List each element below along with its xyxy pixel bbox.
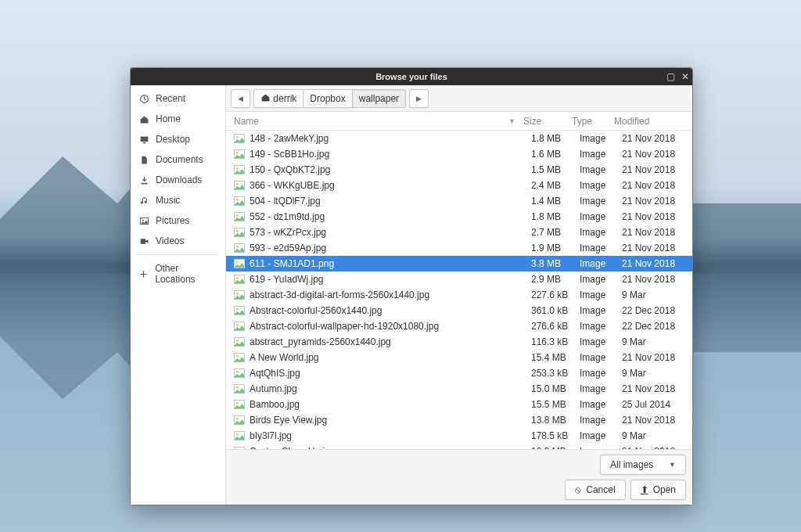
sidebar-item-downloads[interactable]: Downloads [131,170,225,190]
sidebar-item-other-locations[interactable]: Other Locations [131,258,225,289]
sidebar-item-pictures[interactable]: Pictures [131,210,225,231]
file-name: 611 - SMJ1AD1.png [250,258,334,269]
breadcrumb-wallpaper[interactable]: wallpaper [353,89,406,108]
svg-rect-5 [140,239,145,244]
file-list[interactable]: 148 - 2awMekY.jpg1.8 MBImage21 Nov 20181… [226,131,692,449]
breadcrumb-home[interactable]: derrik [253,89,304,108]
svg-point-19 [236,230,239,232]
file-row[interactable]: abstract-3d-digital-art-forms-2560x1440.… [226,287,692,303]
image-file-icon [234,275,245,284]
open-label: Open [653,484,676,495]
sidebar-item-videos[interactable]: Videos [131,231,225,251]
download-icon [138,175,149,185]
file-row[interactable]: 593 - e2d59Ap.jpg1.9 MBImage21 Nov 2018 [226,240,692,256]
file-type: Image [580,305,622,316]
file-row[interactable]: Cactus Close Up.jpg10.9 MBImage21 Nov 20… [226,444,692,449]
file-row[interactable]: 149 - ScBB1Ho.jpg1.6 MBImage21 Nov 2018 [226,146,692,162]
file-size: 1.8 MB [531,211,580,222]
svg-rect-2 [142,142,145,143]
sidebar-item-label: Recent [156,93,185,104]
file-modified: 21 Nov 2018 [622,243,692,253]
file-name: 593 - e2d59Ap.jpg [250,243,326,253]
filter-label: All images [610,459,653,470]
file-type-filter[interactable]: All images ▼ [600,455,686,475]
file-row[interactable]: Autumn.jpg15.0 MBImage21 Nov 2018 [226,381,692,397]
column-headers[interactable]: Name ▼ Size Type Modified [226,112,692,131]
sort-indicator-icon[interactable]: ▼ [508,117,523,125]
svg-point-37 [236,371,239,373]
file-row[interactable]: 366 - WKKgUBE.jpg2.4 MBImage21 Nov 2018 [226,178,692,193]
file-row[interactable]: 504 - ltQDlF7.jpg1.4 MBImage21 Nov 2018 [226,193,692,209]
column-modified[interactable]: Modified [614,116,684,127]
file-name: 552 - dz1m9td.jpg [250,211,325,222]
file-row[interactable]: 619 - YuIadWj.jpg2.9 MBImage21 Nov 2018 [226,271,692,287]
file-size: 2.4 MB [531,180,580,191]
sidebar-item-label: Home [156,113,181,124]
sidebar-item-home[interactable]: Home [131,109,225,129]
plus-icon [138,269,149,279]
file-row[interactable]: Bamboo.jpg15.5 MBImage25 Jul 2014 [226,397,692,412]
svg-point-41 [236,402,239,404]
file-modified: 21 Nov 2018 [622,149,692,160]
svg-point-35 [236,355,239,358]
file-row[interactable]: Abstract-colorful-2560x1440.jpg361.0 kBI… [226,303,692,318]
file-type: Image [580,383,622,394]
path-bar: ◀ derrikDropboxwallpaper ▶ [226,85,692,112]
svg-point-4 [142,219,143,221]
sidebar-item-label: Documents [156,154,203,165]
svg-point-21 [236,246,239,248]
svg-point-9 [236,152,239,154]
file-row[interactable]: Abstract-colorful-wallpaper-hd-1920x1080… [226,318,692,334]
file-row[interactable]: 573 - wKZrPcx.jpg2.7 MBImage21 Nov 2018 [226,225,692,240]
file-modified: 21 Nov 2018 [622,180,692,191]
breadcrumb-dropbox[interactable]: Dropbox [304,89,352,108]
cancel-label: Cancel [586,484,615,495]
image-file-icon [234,243,245,253]
file-size: 253.3 kB [531,368,580,379]
sidebar-item-desktop[interactable]: Desktop [131,129,225,149]
home-icon [138,114,149,124]
image-file-icon [234,212,245,221]
nav-back-button[interactable]: ◀ [231,89,250,108]
maximize-icon[interactable]: ▢ [666,71,675,82]
file-row[interactable]: A New World.jpg15.4 MBImage21 Nov 2018 [226,350,692,365]
image-file-icon [234,259,245,268]
sidebar-item-label: Videos [156,235,184,246]
file-row[interactable]: 150 - QxQbKT2.jpg1.5 MBImage21 Nov 2018 [226,162,692,178]
column-name[interactable]: Name [234,116,259,127]
file-size: 1.9 MB [531,243,580,253]
titlebar[interactable]: Browse your files ▢ ✕ [131,68,692,85]
file-row[interactable]: bIy3l7l.jpg178.5 kBImage9 Mar [226,428,692,444]
column-type[interactable]: Type [572,116,614,127]
close-icon[interactable]: ✕ [681,71,689,82]
image-file-icon [234,149,245,159]
column-size[interactable]: Size [523,116,572,127]
svg-point-25 [236,277,239,279]
file-size: 3.8 MB [531,258,580,269]
file-row[interactable]: AqtQhIS.jpg253.3 kBImage9 Mar [226,365,692,381]
image-file-icon [234,400,245,409]
desktop-icon [138,135,149,145]
file-row[interactable]: abstract_pyramids-2560x1440.jpg116.3 kBI… [226,334,692,350]
file-name: abstract_pyramids-2560x1440.jpg [250,336,391,347]
sidebar-item-documents[interactable]: Documents [131,149,225,170]
sidebar-item-recent[interactable]: Recent [131,88,225,109]
svg-point-11 [236,167,239,170]
file-size: 15.4 MB [531,352,580,363]
svg-point-43 [236,418,239,420]
image-file-icon [234,181,245,190]
file-row[interactable]: 552 - dz1m9td.jpg1.8 MBImage21 Nov 2018 [226,209,692,225]
file-row[interactable]: 611 - SMJ1AD1.png3.8 MBImage21 Nov 2018 [226,256,692,271]
clock-icon [138,94,149,104]
open-button[interactable]: ⬆ Open [630,480,686,500]
nav-forward-button[interactable]: ▶ [409,89,429,108]
file-row[interactable]: 148 - 2awMekY.jpg1.8 MBImage21 Nov 2018 [226,131,692,146]
file-size: 13.8 MB [531,415,580,426]
image-file-icon [234,134,245,143]
cancel-button[interactable]: ⦸ Cancel [565,480,625,500]
svg-point-45 [236,433,239,436]
file-row[interactable]: Birds Eye View.jpg13.8 MBImage21 Nov 201… [226,412,692,428]
file-type: Image [580,227,622,238]
sidebar-item-music[interactable]: Music [131,190,225,210]
file-type: Image [580,133,622,144]
